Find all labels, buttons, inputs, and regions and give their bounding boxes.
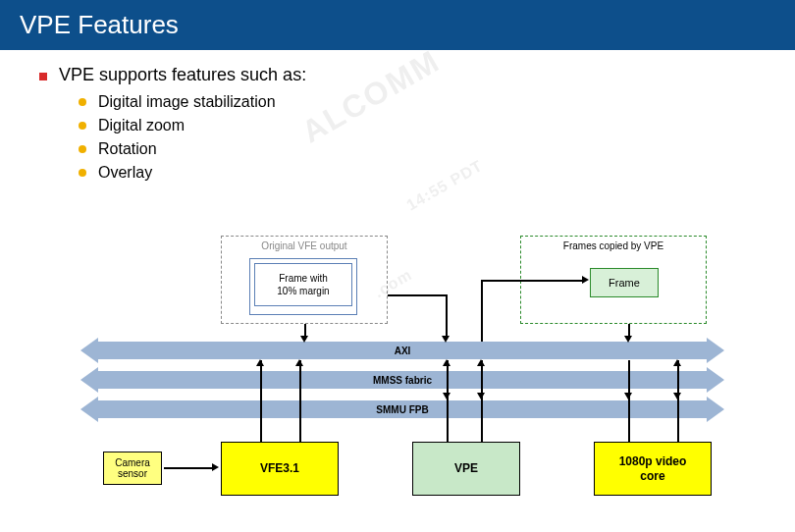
yellow-dot-icon	[79, 98, 86, 106]
frames-copied-label: Frames copied by VPE	[521, 237, 706, 251]
bus-mmss: MMSS fabric	[98, 371, 707, 389]
arrow-connector	[481, 280, 483, 342]
arrow-head-icon	[442, 336, 450, 343]
sub-bullet: Overlay	[79, 164, 756, 182]
arrow-connector	[481, 360, 483, 442]
arrow-connector	[481, 280, 584, 282]
sub-bullet: Rotation	[79, 140, 756, 158]
vfe-block: VFE3.1	[221, 442, 339, 496]
arrow-connector	[299, 360, 301, 442]
yellow-dot-icon	[79, 169, 86, 177]
sub-bullet-text: Digital image stabilization	[98, 93, 276, 111]
arrow-head-icon	[212, 463, 219, 471]
arrow-head-icon	[477, 359, 485, 366]
yellow-dot-icon	[79, 122, 86, 130]
arrow-head-icon	[443, 359, 450, 366]
sub-bullet: Digital image stabilization	[79, 93, 756, 111]
bus-arrow-right-icon	[707, 338, 724, 363]
arrow-connector	[677, 360, 679, 442]
arrow-head-icon	[624, 393, 632, 399]
bus-axi: AXI	[98, 342, 707, 359]
bus-arrow-right-icon	[707, 397, 724, 422]
red-square-icon	[39, 73, 47, 80]
sub-bullet: Digital zoom	[79, 117, 756, 134]
arrow-connector	[628, 360, 630, 442]
main-bullet: VPE supports features such as:	[39, 65, 756, 85]
original-vfe-label: Original VFE output	[222, 237, 387, 251]
frame-margin-label: Frame with 10% margin	[254, 263, 352, 306]
diagram-area: Original VFE output Frame with 10% margi…	[0, 236, 795, 530]
frame-label: Frame	[590, 268, 659, 297]
arrow-head-icon	[477, 393, 485, 399]
main-bullet-text: VPE supports features such as:	[59, 65, 306, 85]
bus-label: MMSS fabric	[373, 375, 432, 386]
arrow-head-icon	[295, 359, 303, 366]
arrow-head-icon	[673, 393, 681, 399]
arrow-head-icon	[443, 393, 450, 399]
arrow-connector	[447, 360, 449, 442]
bus-smmu: SMMU FPB	[98, 400, 707, 418]
arrow-head-icon	[582, 276, 589, 284]
vpe-block: VPE	[412, 442, 520, 496]
yellow-dot-icon	[79, 145, 86, 153]
sub-bullet-text: Overlay	[98, 164, 152, 182]
video-core-block: 1080p video core	[594, 442, 712, 496]
bus-label: SMMU FPB	[376, 404, 428, 415]
arrow-head-icon	[300, 336, 308, 343]
arrow-connector	[388, 294, 447, 296]
bus-arrow-left-icon	[80, 397, 98, 422]
bus-arrow-left-icon	[80, 367, 98, 393]
sub-bullet-text: Digital zoom	[98, 117, 185, 134]
arrow-head-icon	[256, 359, 264, 366]
outer-frame: Frame with 10% margin	[249, 258, 357, 315]
arrow-connector	[446, 294, 448, 340]
arrow-head-icon	[673, 359, 681, 366]
bus-arrow-left-icon	[80, 338, 98, 363]
arrow-head-icon	[624, 336, 632, 343]
bus-arrow-right-icon	[707, 367, 724, 393]
sub-bullet-list: Digital image stabilization Digital zoom…	[79, 93, 756, 182]
original-vfe-box: Original VFE output Frame with 10% margi…	[221, 236, 388, 324]
arrow-connector	[164, 467, 213, 469]
sub-bullet-text: Rotation	[98, 140, 157, 158]
content-area: VPE supports features such as: Digital i…	[0, 50, 795, 182]
bus-label: AXI	[395, 346, 411, 356]
camera-sensor-block: Camera sensor	[103, 452, 162, 485]
slide-title: VPE Features	[0, 0, 795, 50]
arrow-connector	[260, 360, 262, 442]
